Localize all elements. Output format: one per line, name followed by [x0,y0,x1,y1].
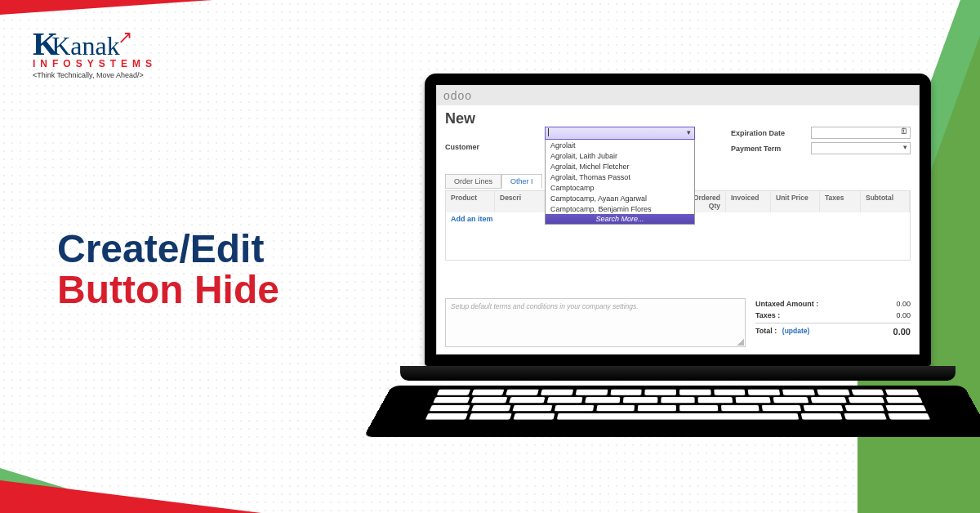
customer-dropdown[interactable]: Agrolait Agrolait, Laith Jubair Agrolait… [545,127,695,225]
col-subtotal: Subtotal [861,191,910,212]
page-title: New [445,110,911,127]
laptop-keyboard [363,386,980,437]
dropdown-option[interactable]: Agrolait, Thomas Passot [546,172,694,182]
taxes-value: 0.00 [896,311,911,319]
footer-area: Setup default terms and conditions in yo… [445,298,911,347]
headline-line1: Create/Edit [57,229,279,270]
odoo-body: New Customer Expiration Date Payment Ter… [437,105,919,354]
customer-dropdown-input[interactable] [545,127,695,140]
laptop-hinge [400,366,956,381]
dropdown-option[interactable]: Agrolait [546,140,694,150]
dropdown-option[interactable]: Agrolait, Laith Jubair [546,150,694,161]
arrow-icon: ↗ [118,27,132,47]
dropdown-option[interactable]: Agrolait, Michel Fletcher [546,161,694,172]
brand-tagline: <Think Technically, Move Ahead/> [33,71,157,79]
dropdown-option[interactable]: Camptocamp [546,182,694,193]
brand-name: KKanak↗ [33,25,157,63]
customer-label: Customer [445,143,479,151]
headline: Create/Edit Button Hide [57,229,279,311]
brand-sub: INFOSYSTEMS [33,58,157,69]
taxes-label: Taxes : [755,311,780,319]
terms-textarea[interactable]: Setup default terms and conditions in yo… [445,298,746,347]
col-taxes: Taxes [820,191,861,212]
totals-panel: Untaxed Amount : 0.00 Taxes : 0.00 Total… [755,298,911,338]
decor-triangle-top-left [0,0,212,15]
col-product: Product [446,191,495,212]
dropdown-option[interactable]: Camptocamp, Ayaan Agarwal [546,193,694,203]
laptop-illustration: odoo New Customer Expiration Date Paymen… [425,74,931,467]
col-unit-price: Unit Price [771,191,820,212]
brand-name-text: Kanak [51,31,120,60]
headline-line2: Button Hide [57,270,279,310]
untaxed-label: Untaxed Amount : [755,300,818,308]
expiration-label: Expiration Date [731,129,804,137]
terms-placeholder: Setup default terms and conditions in yo… [451,302,639,310]
total-value: 0.00 [893,327,911,337]
update-link[interactable]: (update) [782,327,810,335]
odoo-topbar: odoo [437,86,919,105]
laptop-screen-frame: odoo New Customer Expiration Date Paymen… [425,74,931,366]
payment-term-label: Payment Term [731,145,804,153]
decor-triangle-bottom-left-red [0,480,261,513]
text-cursor [548,128,549,136]
total-label: Total : [755,327,777,335]
col-invoiced: Invoiced [726,191,771,212]
untaxed-value: 0.00 [896,300,911,308]
customer-dropdown-list: Agrolait Agrolait, Laith Jubair Agrolait… [545,140,695,225]
odoo-logo: odoo [443,89,472,102]
tab-order-lines[interactable]: Order Lines [445,174,501,189]
right-field-group: Expiration Date Payment Term [731,127,911,158]
odoo-screen: odoo New Customer Expiration Date Paymen… [436,85,920,355]
payment-term-select[interactable] [811,142,911,154]
brand-logo: KKanak↗ INFOSYSTEMS <Think Technically, … [33,25,157,79]
dropdown-option[interactable]: Camptocamp, Benjamin Flores [546,203,694,214]
tab-other[interactable]: Other I [501,174,542,189]
dropdown-search-more[interactable]: Search More... [546,214,694,224]
expiration-date-input[interactable] [811,127,911,139]
